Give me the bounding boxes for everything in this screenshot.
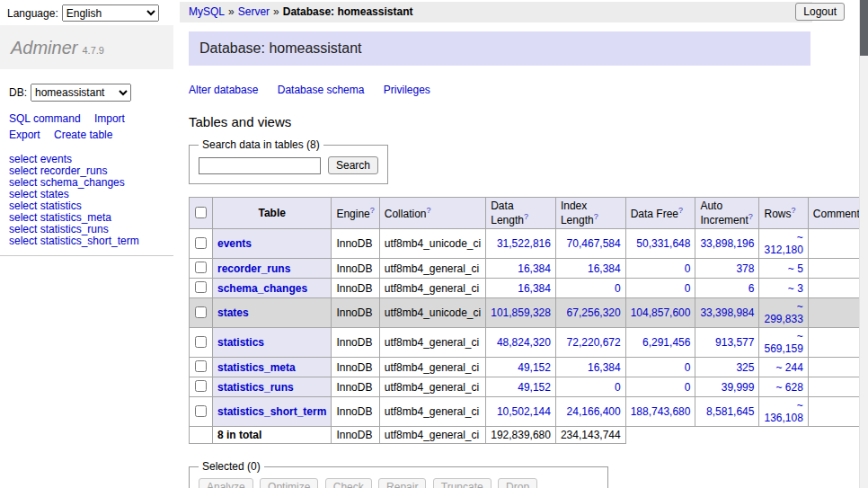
data-free-link[interactable]: 188,743,680 bbox=[631, 405, 691, 418]
data-length-cell: 48,824,320 bbox=[486, 328, 556, 358]
index-length-link[interactable]: 70,467,584 bbox=[567, 237, 621, 250]
auto-increment-link[interactable]: 325 bbox=[736, 361, 754, 374]
data-length-link[interactable]: 16,384 bbox=[518, 262, 551, 275]
rows-link[interactable]: ~ 5 bbox=[788, 262, 803, 275]
row-checkbox[interactable] bbox=[195, 262, 207, 273]
data-length-link[interactable]: 49,152 bbox=[518, 381, 551, 394]
sidebar-item-select-statistics-short-term[interactable]: select statistics_short_term bbox=[9, 235, 173, 247]
auto-increment-cell: 325 bbox=[695, 358, 759, 377]
truncate-button[interactable]: Truncate bbox=[433, 478, 492, 488]
index-length-link[interactable]: 67,256,320 bbox=[567, 306, 621, 319]
row-checkbox[interactable] bbox=[195, 380, 207, 392]
index-length-link[interactable]: 0 bbox=[615, 282, 621, 295]
table-link-statistics-short-term[interactable]: statistics_short_term bbox=[217, 405, 326, 418]
collation-help-link[interactable]: ? bbox=[426, 206, 430, 215]
data-free-link[interactable]: 50,331,648 bbox=[636, 237, 690, 250]
language-select[interactable]: English bbox=[62, 4, 159, 22]
auto-increment-link[interactable]: 33,898,196 bbox=[700, 237, 754, 250]
rows-help-link[interactable]: ? bbox=[791, 206, 795, 215]
table-link-statistics-meta[interactable]: statistics_meta bbox=[217, 361, 296, 374]
index-length-help-link[interactable]: ? bbox=[594, 212, 598, 221]
data-free-link[interactable]: 6,291,456 bbox=[642, 336, 690, 349]
select-all-checkbox[interactable] bbox=[195, 207, 207, 218]
data-free-cell: 0 bbox=[625, 358, 695, 377]
selected-fieldset: Selected (0) Analyze Optimize Check Repa… bbox=[189, 460, 608, 488]
sidebar-link-sql-command[interactable]: SQL command bbox=[9, 112, 81, 125]
rows-cell: ~ 312,180 bbox=[759, 229, 808, 259]
sidebar-link-import[interactable]: Import bbox=[94, 112, 125, 125]
privileges-link[interactable]: Privileges bbox=[384, 84, 430, 96]
database-schema-link[interactable]: Database schema bbox=[278, 84, 365, 96]
search-button[interactable]: Search bbox=[328, 156, 378, 174]
optimize-button[interactable]: Optimize bbox=[260, 478, 318, 488]
table-link-states[interactable]: states bbox=[217, 306, 249, 319]
data-length-link[interactable]: 31,522,816 bbox=[497, 237, 551, 250]
index-length-link[interactable]: 72,220,672 bbox=[567, 336, 621, 349]
sidebar-link-export[interactable]: Export bbox=[9, 129, 40, 141]
row-checkbox[interactable] bbox=[195, 336, 207, 348]
data-free-cell: 6,291,456 bbox=[625, 328, 695, 358]
engine-help-link[interactable]: ? bbox=[370, 206, 375, 215]
analyze-button[interactable]: Analyze bbox=[199, 478, 253, 488]
check-button[interactable]: Check bbox=[325, 478, 372, 488]
index-length-link[interactable]: 0 bbox=[615, 381, 621, 394]
scrollbar-thumb[interactable] bbox=[860, 0, 868, 56]
row-checkbox[interactable] bbox=[195, 360, 207, 372]
vertical-scrollbar[interactable] bbox=[859, 0, 868, 488]
index-length-cell: 0 bbox=[555, 279, 625, 298]
auto-increment-link[interactable]: 378 bbox=[736, 262, 754, 275]
db-selector-row: DB:homeassistant bbox=[9, 84, 164, 102]
index-length-link[interactable]: 16,384 bbox=[588, 262, 621, 275]
drop-button[interactable]: Drop bbox=[498, 478, 537, 488]
data-length-link[interactable]: 16,384 bbox=[518, 282, 551, 295]
table-link-recorder-runs[interactable]: recorder_runs bbox=[217, 262, 290, 275]
row-checkbox[interactable] bbox=[195, 281, 207, 293]
data-free-link[interactable]: 0 bbox=[685, 262, 691, 275]
data-length-help-link[interactable]: ? bbox=[524, 212, 528, 221]
auto-increment-link[interactable]: 6 bbox=[748, 282, 755, 295]
table-link-events[interactable]: events bbox=[217, 237, 252, 250]
data-free-link[interactable]: 0 bbox=[685, 361, 691, 374]
table-link-statistics[interactable]: statistics bbox=[217, 336, 264, 349]
data-length-link[interactable]: 10,502,144 bbox=[497, 405, 551, 418]
auto-increment-link[interactable]: 8,581,645 bbox=[706, 405, 754, 418]
data-length-link[interactable]: 48,824,320 bbox=[497, 336, 551, 349]
data-free-help-link[interactable]: ? bbox=[678, 206, 683, 215]
breadcrumb-link-mysql[interactable]: MySQL bbox=[189, 5, 225, 18]
rows-link[interactable]: ~ 3 bbox=[788, 282, 803, 295]
breadcrumb-link-server[interactable]: Server bbox=[238, 5, 270, 18]
row-checkbox[interactable] bbox=[195, 405, 207, 417]
rows-cell: ~ 244 bbox=[759, 358, 808, 377]
search-input[interactable] bbox=[199, 157, 321, 174]
rows-link[interactable]: ~ 244 bbox=[775, 361, 802, 374]
alter-database-link[interactable]: Alter database bbox=[189, 84, 258, 96]
auto-increment-link[interactable]: 39,999 bbox=[722, 381, 755, 394]
index-length-link[interactable]: 16,384 bbox=[588, 361, 621, 374]
data-free-link[interactable]: 104,857,600 bbox=[631, 306, 691, 319]
rows-link[interactable]: ~ 312,180 bbox=[764, 231, 802, 256]
index-length-link[interactable]: 24,166,400 bbox=[567, 405, 621, 418]
logout-button[interactable]: Logout bbox=[795, 3, 845, 21]
auto-increment-link[interactable]: 913,577 bbox=[715, 336, 754, 349]
engine-cell: InnoDB bbox=[332, 377, 379, 397]
rows-link[interactable]: ~ 136,108 bbox=[764, 399, 802, 424]
row-select-cell bbox=[190, 279, 213, 298]
repair-button[interactable]: Repair bbox=[378, 478, 426, 488]
index-length-cell: 67,256,320 bbox=[555, 298, 625, 328]
db-select[interactable]: homeassistant bbox=[31, 84, 131, 102]
row-checkbox[interactable] bbox=[195, 237, 207, 249]
rows-link[interactable]: ~ 569,159 bbox=[764, 330, 802, 355]
index-length-cell: 24,166,400 bbox=[555, 397, 625, 427]
auto-increment-help-link[interactable]: ? bbox=[748, 212, 753, 221]
rows-link[interactable]: ~ 628 bbox=[775, 381, 802, 394]
sidebar-link-create-table[interactable]: Create table bbox=[54, 129, 112, 141]
rows-link[interactable]: ~ 299,833 bbox=[764, 300, 802, 325]
data-length-link[interactable]: 101,859,328 bbox=[491, 306, 551, 319]
table-link-schema-changes[interactable]: schema_changes bbox=[217, 282, 307, 295]
table-link-statistics-runs[interactable]: statistics_runs bbox=[217, 381, 294, 394]
data-free-link[interactable]: 0 bbox=[685, 381, 691, 394]
data-length-link[interactable]: 49,152 bbox=[518, 361, 551, 374]
row-checkbox[interactable] bbox=[195, 306, 207, 318]
auto-increment-link[interactable]: 33,398,984 bbox=[700, 306, 754, 319]
data-free-link[interactable]: 0 bbox=[685, 282, 691, 295]
